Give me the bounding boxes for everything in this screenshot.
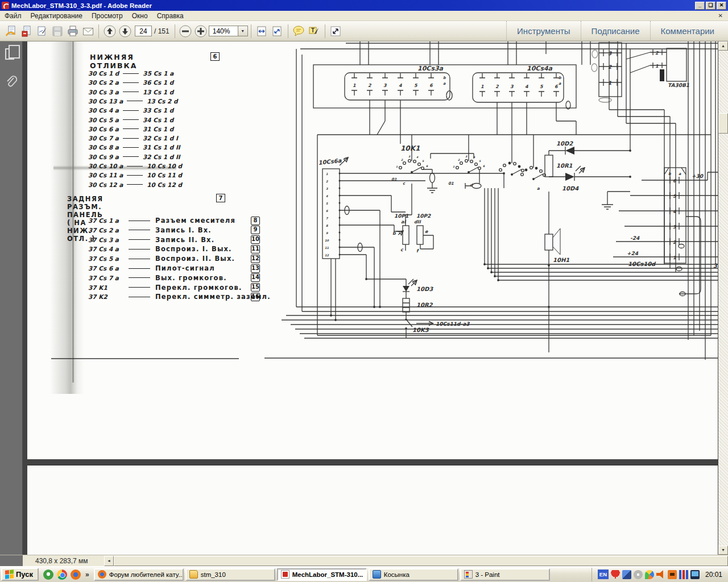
svg-text:3: 3 xyxy=(608,51,612,56)
minimize-button[interactable]: _ xyxy=(695,2,705,10)
language-indicator[interactable]: EN xyxy=(598,569,609,579)
save-button[interactable] xyxy=(49,23,65,39)
volume-tray-icon[interactable] xyxy=(656,570,665,579)
svg-text:6: 6 xyxy=(673,178,677,184)
cross-reference-row: 30 Cs 11 a10 Cs 11 d xyxy=(88,172,182,178)
panel-link[interactable]: Комментарии xyxy=(650,21,725,41)
document-close-icon[interactable]: ✕ xyxy=(717,13,725,19)
menu-item[interactable]: Справка xyxy=(152,11,188,20)
vertical-scrollbar[interactable]: ▲ ▼ xyxy=(718,41,728,555)
fullscreen-button[interactable] xyxy=(328,23,344,39)
zoom-dropdown-icon[interactable]: ▼ xyxy=(238,26,248,36)
label-10K1: 10K1 xyxy=(400,144,420,152)
panel-signal-row: 37 K2Перекл. симметр. заземл.16 xyxy=(88,293,271,301)
menu-item[interactable]: Файл xyxy=(0,11,26,20)
zoom-level-select[interactable]: 140% xyxy=(209,26,238,36)
svg-text:1: 1 xyxy=(673,255,676,260)
fit-width-button[interactable] xyxy=(254,23,270,39)
svg-text:5: 5 xyxy=(422,160,424,163)
menu-item[interactable]: Редактирование xyxy=(26,11,87,20)
fit-page-button[interactable] xyxy=(270,23,285,39)
label-p1-section: aI xyxy=(401,219,406,225)
svg-text:b: b xyxy=(668,172,672,176)
svg-text:6: 6 xyxy=(483,165,485,168)
panel-signal-row: 37 K1Перекл. громкогов.15 xyxy=(88,284,242,292)
label-10P2: 10P2 xyxy=(416,213,431,219)
print-button[interactable] xyxy=(65,23,80,39)
open-button[interactable] xyxy=(3,23,19,39)
label-plus24: +24 xyxy=(627,251,639,256)
zoom-in-button[interactable] xyxy=(193,23,209,39)
taskbar-task-button[interactable]: MechLabor_STM-310... xyxy=(277,568,367,581)
task-icon xyxy=(281,570,289,579)
panel-link[interactable]: Инструменты xyxy=(506,21,581,41)
audio-device-tray-icon[interactable] xyxy=(634,570,643,579)
label-TA30B1: TA30B1 xyxy=(668,82,689,88)
svg-text:1: 1 xyxy=(453,165,455,168)
svg-text:2: 2 xyxy=(326,180,328,183)
svg-text:T: T xyxy=(311,27,315,34)
taskbar-task-button[interactable]: 3 - Paint xyxy=(460,568,550,581)
document-pane[interactable]: 10K1 10Cs3a 10Cs4a TA30B1 10D2 10R1 10D4… xyxy=(23,41,728,555)
svg-text:2: 2 xyxy=(368,83,372,88)
network-tray-icon[interactable] xyxy=(668,570,677,579)
section2-badge: 7 xyxy=(216,194,225,202)
page-number-input[interactable] xyxy=(135,26,152,36)
status-bar: 430,8 x 283,7 мм ◄ xyxy=(0,555,728,566)
horizontal-scroll-thumb[interactable] xyxy=(114,556,728,566)
svg-text:1: 1 xyxy=(481,84,484,89)
utorrent-icon[interactable] xyxy=(43,569,53,580)
taskbar-task-button[interactable]: stm_310 xyxy=(185,568,275,581)
start-button-label: Пуск xyxy=(16,570,33,579)
pdf-page-24: 10K1 10Cs3a 10Cs4a TA30B1 10D2 10R1 10D4… xyxy=(27,41,718,459)
svg-text:2: 2 xyxy=(495,84,499,89)
scroll-down-icon[interactable]: ▼ xyxy=(718,546,728,555)
label-sheet-ref: 3 xyxy=(713,263,718,269)
start-button[interactable]: Пуск xyxy=(1,568,39,581)
svg-text:7: 7 xyxy=(326,217,328,220)
svg-text:4: 4 xyxy=(673,209,676,214)
taskbar-task-button[interactable]: Косынка xyxy=(369,568,458,581)
firefox-icon[interactable] xyxy=(71,569,81,580)
menu-item[interactable]: Окно xyxy=(127,11,152,20)
taskbar-clock[interactable]: 20:01 xyxy=(705,571,722,579)
title-bar[interactable]: MechLabor_STM-310_3-3.pdf - Adobe Reader… xyxy=(0,0,728,11)
svg-text:2: 2 xyxy=(673,240,677,245)
page-thumbnails-icon[interactable] xyxy=(5,48,14,60)
label-plus30: +30 xyxy=(692,173,704,179)
scroll-left-icon[interactable]: ◄ xyxy=(104,556,114,566)
zoom-out-button[interactable] xyxy=(178,23,193,39)
create-pdf-button[interactable] xyxy=(19,23,34,39)
close-button[interactable]: ✕ xyxy=(717,2,726,10)
scroll-up-icon[interactable]: ▲ xyxy=(718,41,728,51)
menu-item[interactable]: Просмотр xyxy=(87,11,127,20)
svg-text:2: 2 xyxy=(401,159,403,161)
display-tray-icon[interactable] xyxy=(690,570,700,579)
quick-launch-overflow-icon[interactable]: » xyxy=(85,571,89,579)
highlight-text-button[interactable]: T xyxy=(307,23,322,39)
cross-reference-row: 30 Cs 12 a10 Cs 12 d xyxy=(88,181,182,188)
maximize-button[interactable]: ❏ xyxy=(706,2,715,10)
panel-link[interactable]: Подписание xyxy=(581,21,650,41)
section1-title: НИЖНЯЯ ОТЛИВКА xyxy=(90,53,137,70)
chrome-icon[interactable] xyxy=(57,569,67,580)
svg-text:3: 3 xyxy=(326,187,328,190)
comment-button[interactable] xyxy=(291,23,307,39)
next-page-button[interactable] xyxy=(117,23,133,39)
sign-button[interactable] xyxy=(34,23,49,39)
attachments-icon[interactable] xyxy=(5,74,17,89)
antivirus-tray-icon[interactable] xyxy=(611,570,620,579)
svg-text:6: 6 xyxy=(426,165,428,168)
cross-reference-row: 30 Cs 6 a31 Cs 1 d xyxy=(88,126,173,132)
monitor-tool-tray-icon[interactable] xyxy=(679,570,688,579)
taskbar-task-button[interactable]: Форум любителей кату... xyxy=(94,568,184,581)
email-button[interactable] xyxy=(80,23,96,39)
svg-text:4: 4 xyxy=(473,156,475,159)
graphics-tray-icon[interactable] xyxy=(645,570,654,579)
label-10R2: 10R2 xyxy=(416,302,433,308)
horizontal-scrollbar[interactable]: ◄ xyxy=(104,556,728,566)
previous-page-button[interactable] xyxy=(102,23,117,39)
vertical-scroll-thumb[interactable] xyxy=(718,113,728,134)
menu-items: ФайлРедактированиеПросмотрОкноСправка xyxy=(0,12,188,20)
windows-update-tray-icon[interactable] xyxy=(622,570,631,579)
